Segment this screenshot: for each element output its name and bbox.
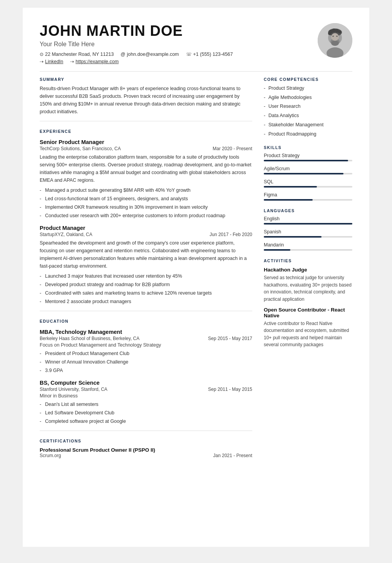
svg-point-8 <box>337 36 338 37</box>
job-title-1: Senior Product Manager <box>40 139 252 145</box>
edu-school-2: Stanford University, Stanford, CA <box>40 387 107 392</box>
job-bullets-2: Launched 3 major features that increased… <box>40 272 252 305</box>
phone-item: ☏ +1 (555) 123-4567 <box>186 52 233 57</box>
svg-point-7 <box>333 36 334 37</box>
list-item: Developed product strategy and roadmap f… <box>40 281 252 288</box>
skill-item-0: Product Strategy <box>264 153 352 161</box>
left-column: SUMMARY Results-driven Product Manager w… <box>40 77 252 458</box>
activity-desc-1: Active contributor to React Native docum… <box>264 320 352 349</box>
job-meta-1: TechCorp Solutions, San Francisco, CA Ma… <box>40 146 252 151</box>
list-item: 3.9 GPA <box>40 367 252 374</box>
languages-label: LANGUAGES <box>264 208 352 213</box>
experience-label: EXPERIENCE <box>40 129 252 134</box>
edu-minor-1: Focus on Product Management and Technolo… <box>40 342 252 348</box>
edu-meta-1: Berkeley Haas School of Business, Berkel… <box>40 336 252 341</box>
svg-point-13 <box>328 32 331 35</box>
list-item: Led cross-functional team of 15 engineer… <box>40 195 252 203</box>
lang-item-0: English <box>264 216 352 225</box>
edu-degree-2: BS, Computer Science <box>40 380 252 386</box>
edu-meta-2: Stanford University, Stanford, CA Sep 20… <box>40 387 252 392</box>
list-item: Dean's List all semesters <box>40 400 252 408</box>
cert-meta-1: Scrum.org Jan 2021 - Present <box>40 453 252 458</box>
skill-item-2: SQL <box>264 179 352 188</box>
job-date-2: Jun 2017 - Feb 2020 <box>209 232 252 237</box>
list-item: Conducted user research with 200+ enterp… <box>40 212 252 220</box>
website-link[interactable]: https://example.com <box>75 59 119 64</box>
skill-name-0: Product Strategy <box>264 153 352 158</box>
linkedin-icon: ⇢ <box>40 59 44 64</box>
certifications-label: CERTIFICATIONS <box>40 439 252 443</box>
list-item: Stakeholder Management <box>264 121 352 129</box>
right-column: CORE COMPETENCIES Product Strategy Agile… <box>264 77 352 458</box>
lang-item-2: Mandarin <box>264 242 352 251</box>
summary-label: SUMMARY <box>40 77 252 82</box>
email-icon: @ <box>121 52 125 57</box>
phone-icon: ☏ <box>186 52 192 57</box>
lang-bar-bg-2 <box>264 249 352 251</box>
list-item: Product Strategy <box>264 85 352 92</box>
list-item: User Research <box>264 103 352 110</box>
list-item: President of Product Management Club <box>40 350 252 357</box>
list-item: Data Analytics <box>264 112 352 119</box>
linkedin-link[interactable]: LinkedIn <box>45 59 63 64</box>
job-bullets-1: Managed a product suite generating $8M A… <box>40 186 252 220</box>
list-item: Led Software Development Club <box>40 409 252 417</box>
job-title-2: Product Manager <box>40 225 252 231</box>
skill-bar-fill-3 <box>264 199 313 201</box>
email-item: @ john.doe@example.com <box>121 52 179 57</box>
summary-text: Results-driven Product Manager with 8+ y… <box>40 85 252 116</box>
summary-divider <box>40 121 252 121</box>
activity-desc-0: Served as technical judge for university… <box>264 274 352 303</box>
skill-item-1: Agile/Scrum <box>264 166 352 174</box>
list-item: Managed a product suite generating $8M A… <box>40 186 252 194</box>
list-item: Launched 3 major features that increased… <box>40 272 252 280</box>
skill-bar-bg-1 <box>264 173 352 174</box>
edu-date-2: Sep 2011 - May 2015 <box>208 387 252 392</box>
list-item: Product Roadmapping <box>264 131 352 138</box>
skill-name-1: Agile/Scrum <box>264 166 352 171</box>
address-item: ⊙ 22 Manchester Road, NY 11213 <box>40 52 114 57</box>
competencies-label: CORE COMPETENCIES <box>264 77 352 82</box>
svg-point-5 <box>331 40 339 46</box>
education-divider <box>40 311 252 311</box>
svg-point-12 <box>338 30 341 34</box>
contact-row-links: ⇢ LinkedIn ⇢ https://example.com <box>40 59 233 64</box>
activity-title-1: Open Source Contributor - React Native <box>264 307 352 318</box>
job-meta-2: StartupXYZ, Oakland, CA Jun 2017 - Feb 2… <box>40 232 252 237</box>
resume-document: JOHN MARTIN DOE Your Role Title Here ⊙ 2… <box>23 8 369 547</box>
skills-label: SKILLS <box>264 145 352 150</box>
competencies-list: Product Strategy Agile Methodologies Use… <box>264 85 352 138</box>
lang-item-1: Spanish <box>264 229 352 238</box>
cert-org-1: Scrum.org <box>40 453 61 458</box>
edu-bullets-1: President of Product Management Club Win… <box>40 350 252 374</box>
list-item: Implemented OKR framework resulting in 3… <box>40 203 252 211</box>
linkedin-item: ⇢ LinkedIn <box>40 59 63 64</box>
cert-divider <box>40 431 252 431</box>
email-text: john.doe@example.com <box>127 52 179 57</box>
edu-degree-1: MBA, Technology Management <box>40 329 252 335</box>
job-company-1: TechCorp Solutions, San Francisco, CA <box>40 146 121 151</box>
list-item: Winner of Annual Innovation Challenge <box>40 358 252 366</box>
job-desc-2: Spearheaded the development and growth o… <box>40 239 252 270</box>
skill-name-2: SQL <box>264 179 352 184</box>
lang-bar-bg-1 <box>264 236 352 238</box>
avatar <box>318 23 352 58</box>
contact-row: ⊙ 22 Manchester Road, NY 11213 @ john.do… <box>40 52 233 57</box>
skill-bar-fill-2 <box>264 186 317 188</box>
job-company-2: StartupXYZ, Oakland, CA <box>40 232 92 237</box>
skill-bar-bg-0 <box>264 160 352 161</box>
candidate-name: JOHN MARTIN DOE <box>40 23 233 39</box>
address-text: 22 Manchester Road, NY 11213 <box>45 52 114 57</box>
lang-name-0: English <box>264 216 352 221</box>
svg-point-6 <box>331 33 339 41</box>
header: JOHN MARTIN DOE Your Role Title Here ⊙ 2… <box>40 23 352 64</box>
list-item: Completed software project at Google <box>40 417 252 425</box>
main-content: SUMMARY Results-driven Product Manager w… <box>40 77 352 458</box>
location-icon: ⊙ <box>40 52 44 57</box>
education-label: EDUCATION <box>40 319 252 323</box>
lang-bar-fill-2 <box>264 249 290 251</box>
skill-bar-bg-2 <box>264 186 352 188</box>
activities-label: ACTIVITIES <box>264 258 352 263</box>
cert-name-1: Professional Scrum Product Owner II (PSP… <box>40 447 252 453</box>
edu-date-1: Sep 2015 - May 2017 <box>208 336 252 341</box>
